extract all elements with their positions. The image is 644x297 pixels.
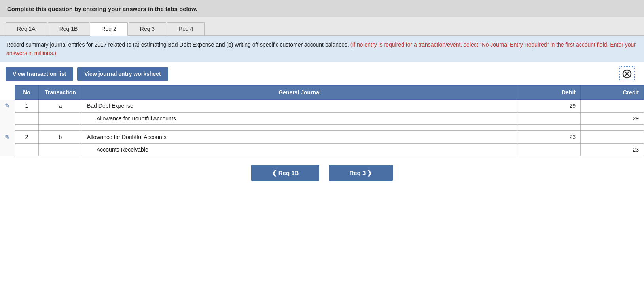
tabs-bar: Req 1A Req 1B Req 2 Req 3 Req 4 [0,17,644,36]
row-debit-0[interactable]: 29 [517,100,581,113]
tab-req2[interactable]: Req 2 [90,22,127,36]
edit-cell-4 [0,144,15,156]
row-transaction-0: a [39,100,82,113]
row-credit-0[interactable] [581,100,644,113]
row-transaction-2 [39,125,82,131]
edit-cell-0[interactable]: ✎ [0,100,15,113]
row-transaction-1 [39,113,82,125]
row-debit-2[interactable] [517,125,581,131]
row-credit-4[interactable]: 23 [581,144,644,156]
edit-cell-1 [0,113,15,125]
edit-icon[interactable]: ✎ [5,102,10,110]
row-debit-1[interactable] [517,113,581,125]
journal-table-wrapper: No Transaction General Journal Debit Cre… [0,85,644,156]
row-transaction-4 [39,144,82,156]
row-general-journal-0[interactable]: Bad Debt Expense [82,100,517,113]
row-credit-1[interactable]: 29 [581,113,644,125]
nav-buttons: ❮ Req 1B Req 3 ❯ [0,156,644,190]
row-no-4 [15,144,39,156]
instruction-main: Record summary journal entries for 2017 … [6,41,349,48]
toolbar: View transaction list View journal entry… [0,62,644,85]
row-no-2 [15,125,39,131]
prev-req-button[interactable]: ❮ Req 1B [251,165,320,181]
row-general-journal-4[interactable]: Accounts Receivable [82,144,517,156]
row-general-journal-3[interactable]: Allowance for Doubtful Accounts [82,131,517,144]
row-debit-4[interactable] [517,144,581,156]
row-general-journal-2[interactable] [82,125,517,131]
col-header-transaction: Transaction [39,86,82,100]
row-no-0: 1 [15,100,39,113]
close-button[interactable] [619,66,635,81]
edit-cell-3[interactable]: ✎ [0,131,15,144]
journal-table: No Transaction General Journal Debit Cre… [0,85,644,156]
tab-req1b[interactable]: Req 1B [48,22,89,35]
edit-icon[interactable]: ✎ [5,133,10,141]
view-transaction-list-button[interactable]: View transaction list [6,67,73,81]
edit-cell-2 [0,125,15,131]
next-req-button[interactable]: Req 3 ❯ [329,165,393,181]
view-journal-entry-worksheet-button[interactable]: View journal entry worksheet [77,67,168,81]
row-transaction-3: b [39,131,82,144]
row-credit-3[interactable] [581,131,644,144]
row-debit-3[interactable]: 23 [517,131,581,144]
header-bar: Complete this question by entering your … [0,0,644,17]
col-header-no: No [15,86,39,100]
tab-req4[interactable]: Req 4 [167,22,205,35]
col-header-general-journal: General Journal [82,86,517,100]
tab-req1a[interactable]: Req 1A [6,22,47,35]
instruction-box: Record summary journal entries for 2017 … [0,36,644,62]
col-header-debit: Debit [517,86,581,100]
col-header-credit: Credit [581,86,644,100]
row-general-journal-1[interactable]: Allowance for Doubtful Accounts [82,113,517,125]
row-credit-2[interactable] [581,125,644,131]
header-instruction: Complete this question by entering your … [7,6,637,12]
row-no-1 [15,113,39,125]
row-no-3: 2 [15,131,39,144]
tab-req3[interactable]: Req 3 [129,22,166,35]
